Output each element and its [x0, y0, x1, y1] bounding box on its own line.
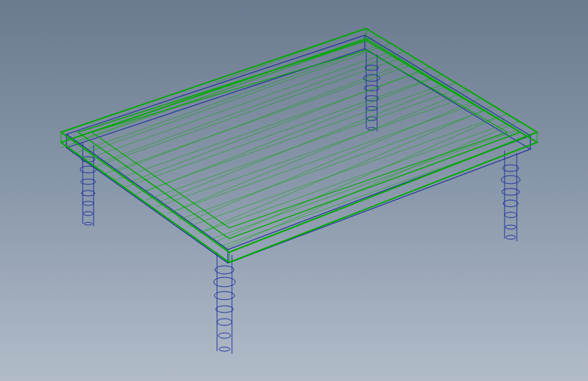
- svg-line-59: [201, 106, 494, 232]
- svg-point-23: [503, 200, 518, 207]
- svg-point-25: [505, 225, 516, 229]
- svg-point-32: [216, 306, 233, 313]
- cad-viewport[interactable]: [0, 0, 588, 381]
- svg-point-15: [83, 201, 94, 205]
- svg-point-35: [219, 347, 230, 351]
- svg-line-64: [71, 46, 376, 155]
- svg-point-16: [83, 212, 93, 216]
- tabletop-grid: [61, 33, 526, 249]
- svg-line-72: [157, 98, 463, 207]
- svg-point-14: [81, 190, 95, 196]
- svg-point-2: [365, 65, 378, 71]
- leg-front-left: [214, 252, 235, 354]
- svg-line-65: [82, 53, 387, 161]
- svg-line-61: [224, 121, 519, 249]
- svg-line-75: [189, 118, 494, 226]
- svg-line-52: [103, 52, 404, 161]
- svg-line-67: [103, 66, 409, 174]
- svg-line-63: [61, 40, 366, 148]
- svg-point-5: [365, 96, 378, 101]
- svg-line-56: [159, 83, 455, 202]
- svg-line-60: [215, 114, 506, 242]
- svg-point-21: [501, 176, 520, 184]
- svg-point-29: [215, 266, 234, 274]
- svg-line-74: [178, 111, 484, 220]
- svg-point-24: [505, 212, 517, 218]
- leg-front-right: [501, 151, 520, 241]
- svg-line-78: [221, 138, 526, 246]
- svg-point-17: [84, 222, 92, 225]
- svg-point-34: [218, 333, 231, 338]
- svg-line-53: [117, 59, 416, 172]
- svg-line-76: [199, 124, 505, 233]
- svg-point-26: [506, 235, 515, 239]
- svg-point-20: [503, 165, 519, 172]
- svg-line-57: [173, 90, 468, 212]
- svg-point-33: [217, 319, 232, 325]
- svg-marker-36: [66, 35, 530, 249]
- svg-marker-37: [66, 49, 530, 263]
- model-wireframe: [0, 0, 588, 381]
- svg-line-77: [210, 131, 515, 239]
